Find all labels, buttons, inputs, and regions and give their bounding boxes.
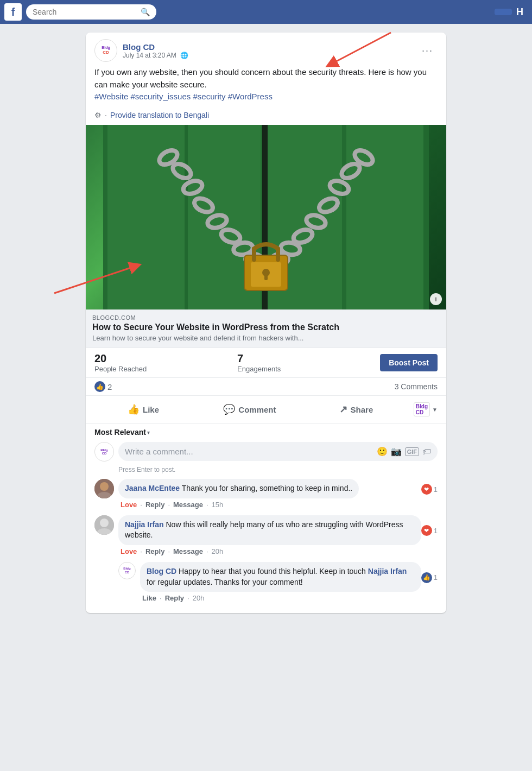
comment-actions-najjia: Love · Reply · Message · 20h — [118, 547, 438, 555]
engagements-number: 7 — [237, 352, 380, 365]
like-reaction-icon: 👍 — [421, 572, 432, 583]
tagged-user[interactable]: Najjia Irfan — [368, 567, 407, 576]
svg-rect-6 — [185, 125, 188, 309]
like-button[interactable]: 👍 Like — [90, 399, 197, 420]
reaction-count-najjia: 1 — [434, 527, 438, 535]
link-description: Learn how to secure your website and def… — [92, 334, 440, 342]
svg-rect-5 — [103, 125, 107, 309]
reaction-badge-jaana: ❤ 1 — [421, 484, 438, 495]
reply-action-jaana[interactable]: Reply — [145, 501, 164, 509]
comment-reaction-row: Jaana McEntee Thank you for sharing, som… — [118, 479, 438, 498]
sort-row: Most Relevant ▾ — [94, 428, 438, 437]
comment-author-najjia[interactable]: Najjia Irfan — [125, 520, 164, 529]
press-enter-hint: Press Enter to post. — [118, 466, 438, 473]
comment-content-jaana: Jaana McEntee Thank you for sharing, som… — [118, 479, 438, 509]
heart-reaction-icon: ❤ — [421, 484, 432, 495]
info-badge[interactable]: i — [430, 293, 442, 305]
link-image: i — [86, 125, 446, 309]
translation-link[interactable]: Provide translation to Bengali — [110, 111, 209, 119]
reply-bubble-blogcd: Blog CD Happy to hear that you found thi… — [140, 562, 421, 592]
page-name[interactable]: Blog CD — [123, 42, 417, 52]
share-icon: ↗ — [339, 403, 347, 415]
like-number: 2 — [107, 382, 112, 391]
nav-h-label: H — [516, 7, 523, 18]
reply-action-reply[interactable]: Reply — [165, 594, 184, 602]
comment-avatar-najjia — [94, 515, 114, 535]
reply-content-blogcd: Blog CD Happy to hear that you found thi… — [140, 562, 438, 602]
post-time: July 14 at 3:20 AM 🌐 — [123, 52, 417, 59]
search-input[interactable] — [33, 8, 136, 16]
comment-button[interactable]: 💬 Comment — [197, 399, 303, 420]
page-avatar-text: Bldg CD — [102, 46, 110, 55]
comment-input-wrap[interactable]: Write a comment... 🙂 📷 GIF 🏷 — [118, 442, 438, 461]
reply-actions-blogcd: Like · Reply · 20h — [140, 594, 438, 602]
emoji-icon[interactable]: 🙂 — [377, 446, 388, 457]
share-button[interactable]: ↗ Share — [303, 399, 409, 420]
sort-arrow-icon: ▾ — [147, 429, 150, 435]
translation-row: ⚙ · Provide translation to Bengali — [86, 109, 446, 125]
post-header: Bldg CD Blog CD July 14 at 3:20 AM 🌐 ··· — [86, 33, 446, 66]
action-row: 👍 Like 💬 Comment ↗ Share BldgCD ▼ — [86, 395, 446, 423]
comments-count[interactable]: 3 Comments — [395, 382, 438, 391]
comment-text-najjia: Now this will really help many of us who… — [125, 520, 403, 540]
reply-comment: BldgCD Blog CD Happy to hear that you fo… — [118, 562, 438, 602]
post-text: If you own any website, then you should … — [86, 66, 446, 109]
svg-rect-9 — [423, 125, 429, 309]
facebook-logo: f — [4, 3, 22, 21]
comment-actions-jaana: Love · Reply · Message · 15h — [118, 501, 438, 509]
camera-icon[interactable]: 📷 — [391, 446, 402, 457]
reply-time-blogcd: 20h — [193, 594, 205, 602]
comment-author-jaana[interactable]: Jaana McEntee — [125, 484, 180, 492]
nav-right: H — [495, 7, 528, 18]
heart-reaction-icon-2: ❤ — [421, 525, 432, 536]
gif-icon[interactable]: GIF — [405, 447, 419, 456]
love-action-jaana[interactable]: Love — [121, 501, 137, 509]
svg-rect-30 — [264, 273, 268, 280]
boost-logo-small: BldgCD — [414, 402, 430, 416]
message-action-najjia[interactable]: Message — [173, 547, 203, 555]
reaction-count-reply: 1 — [434, 573, 438, 582]
post-hashtags[interactable]: #Website #security_issues #security #Wor… — [94, 92, 273, 101]
love-action-najjia[interactable]: Love — [121, 547, 137, 555]
like-action-reply[interactable]: Like — [142, 594, 156, 602]
sticker-icon[interactable]: 🏷 — [422, 447, 431, 457]
comment-avatar-jaana — [94, 479, 114, 498]
boost-dropdown[interactable]: BldgCD ▼ — [409, 398, 442, 421]
comment-input-row: BldgCD Write a comment... 🙂 📷 GIF 🏷 — [94, 442, 438, 462]
svg-rect-8 — [342, 125, 346, 309]
reply-text-blogcd: Happy to hear that you found this helpfu… — [147, 567, 407, 586]
reaction-count-jaana: 1 — [434, 485, 438, 494]
more-options-button[interactable]: ··· — [417, 43, 438, 59]
navbar: f 🔍 H — [0, 0, 532, 24]
comment-input-placeholder[interactable]: Write a comment... — [125, 447, 193, 456]
sort-label[interactable]: Most Relevant — [94, 428, 146, 437]
reaction-badge-najjia: ❤ 1 — [421, 525, 438, 536]
svg-point-35 — [100, 519, 109, 527]
engagements-stat: 7 Engagements — [237, 352, 380, 373]
comment-time-jaana: 15h — [212, 501, 224, 509]
link-preview[interactable]: i BLOGCD.COM How to Secure Your Website … — [86, 125, 446, 348]
reached-number: 20 — [94, 352, 237, 365]
comment-reaction-row-najjia: Najjia Irfan Now this will really help m… — [118, 515, 438, 545]
link-title: How to Secure Your Website in WordPress … — [92, 322, 440, 333]
comment-label: Comment — [238, 405, 276, 414]
search-bar[interactable]: 🔍 — [26, 4, 156, 20]
boost-post-button[interactable]: Boost Post — [380, 354, 438, 371]
message-action-jaana[interactable]: Message — [173, 501, 203, 509]
lock-chain-illustration — [86, 125, 446, 309]
reached-label: People Reached — [94, 365, 237, 373]
reply-action-najjia[interactable]: Reply — [145, 547, 164, 555]
comments-section: Most Relevant ▾ BldgCD Write a comment..… — [86, 423, 446, 613]
reaction-badge-reply: 👍 1 — [421, 572, 438, 583]
post-card: Bldg CD Blog CD July 14 at 3:20 AM 🌐 ···… — [86, 33, 446, 613]
reply-author-blogcd[interactable]: Blog CD — [147, 567, 176, 576]
comment-time-najjia: 20h — [212, 547, 224, 555]
comment-bubble-najjia: Najjia Irfan Now this will really help m… — [118, 515, 421, 545]
main-content: Bldg CD Blog CD July 14 at 3:20 AM 🌐 ···… — [81, 33, 451, 613]
nav-action-button[interactable] — [495, 9, 512, 15]
reply-reaction-row: Blog CD Happy to hear that you found thi… — [140, 562, 438, 592]
like-label: Like — [143, 405, 159, 414]
search-icon: 🔍 — [141, 8, 150, 16]
chevron-down-icon: ▼ — [432, 407, 438, 413]
globe-icon: 🌐 — [180, 52, 188, 59]
